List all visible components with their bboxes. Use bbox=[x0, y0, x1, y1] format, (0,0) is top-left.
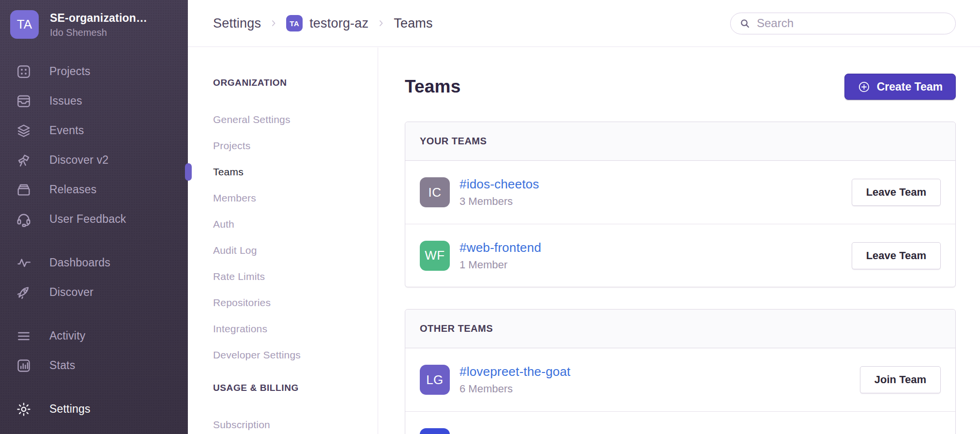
settings-nav-item-rate-limits[interactable]: Rate Limits bbox=[213, 264, 368, 290]
sidebar-item-user-feedback[interactable]: User Feedback bbox=[0, 204, 188, 234]
team-avatar: WF bbox=[420, 241, 450, 271]
bar-chart-icon bbox=[16, 358, 31, 373]
main-content: Teams Create Team YOUR TEAMSIC#idos-chee… bbox=[379, 47, 980, 434]
chevron-right-icon bbox=[269, 18, 278, 28]
inbox-icon bbox=[16, 93, 31, 109]
settings-nav-item-developer-settings[interactable]: Developer Settings bbox=[213, 342, 368, 368]
join-team-button[interactable]: Join Team bbox=[860, 366, 941, 393]
team-member-count: 6 Members bbox=[459, 383, 570, 395]
archive-icon bbox=[16, 182, 31, 198]
sidebar-item-label: Releases bbox=[49, 183, 97, 196]
page-title: Teams bbox=[405, 77, 461, 97]
sidebar-item-label: Discover bbox=[49, 286, 93, 299]
settings-nav-item-members[interactable]: Members bbox=[213, 185, 368, 211]
settings-nav-item-integrations[interactable]: Integrations bbox=[213, 316, 368, 342]
top-header: Settings TA testorg-az Teams bbox=[188, 0, 980, 47]
panel-other-teams: OTHER TEAMSLG#lovepreet-the-goat6 Member… bbox=[405, 309, 956, 434]
search-input[interactable] bbox=[757, 13, 955, 34]
sidebar-item-dashboards[interactable]: Dashboards bbox=[0, 248, 188, 278]
sidebar: TA SE-organization… Ido Shemesh Projects… bbox=[0, 0, 188, 434]
telescope-icon bbox=[16, 153, 31, 168]
sidebar-item-stats[interactable]: Stats bbox=[0, 351, 188, 380]
leave-team-button[interactable]: Leave Team bbox=[852, 242, 941, 269]
breadcrumb-org-label: testorg-az bbox=[309, 16, 368, 31]
settings-nav-heading-usage-billing: USAGE & BILLING bbox=[213, 383, 368, 393]
sidebar-item-discover[interactable]: Discover bbox=[0, 278, 188, 307]
plus-circle-icon bbox=[858, 80, 871, 93]
breadcrumb-org[interactable]: TA testorg-az bbox=[286, 15, 368, 31]
settings-nav-item-repositories[interactable]: Repositories bbox=[213, 290, 368, 316]
grid-icon bbox=[16, 64, 31, 79]
title-row: Teams Create Team bbox=[405, 74, 956, 100]
breadcrumb: Settings TA testorg-az Teams bbox=[213, 15, 433, 31]
settings-nav-item-auth[interactable]: Auth bbox=[213, 211, 368, 237]
org-switcher[interactable]: TA SE-organization… Ido Shemesh bbox=[10, 10, 147, 39]
team-row: LG#lovepreet-the-goat6 MembersJoin Team bbox=[405, 348, 955, 411]
gear-icon bbox=[16, 402, 31, 417]
team-avatar: IC bbox=[420, 177, 450, 207]
search-box bbox=[730, 13, 956, 34]
panels: YOUR TEAMSIC#idos-cheetos3 MembersLeave … bbox=[405, 122, 956, 434]
sidebar-item-label: Discover v2 bbox=[49, 154, 108, 167]
sidebar-item-activity[interactable]: Activity bbox=[0, 321, 188, 351]
sidebar-item-label: Settings bbox=[49, 403, 91, 416]
sidebar-item-settings[interactable]: Settings bbox=[0, 394, 188, 424]
team-row: WF#web-frontend1 MemberLeave Team bbox=[405, 224, 955, 287]
settings-nav: ORGANIZATIONGeneral SettingsProjectsTeam… bbox=[188, 47, 378, 434]
sidebar-active-indicator bbox=[185, 163, 192, 181]
team-avatar: LG bbox=[420, 365, 450, 395]
sidebar-nav: ProjectsIssuesEventsDiscover v2ReleasesU… bbox=[0, 57, 188, 424]
leave-team-button[interactable]: Leave Team bbox=[852, 179, 941, 206]
team-link[interactable]: #web-frontend bbox=[459, 240, 541, 255]
headset-icon bbox=[16, 212, 31, 227]
sidebar-item-label: Issues bbox=[49, 94, 82, 108]
settings-nav-item-general-settings[interactable]: General Settings bbox=[213, 107, 368, 133]
team-member-count: 1 Member bbox=[459, 259, 541, 271]
sidebar-item-releases[interactable]: Releases bbox=[0, 175, 188, 204]
sidebar-item-issues[interactable]: Issues bbox=[0, 86, 188, 116]
rocket-icon bbox=[16, 285, 31, 300]
breadcrumb-settings[interactable]: Settings bbox=[213, 16, 261, 31]
panel-your-teams: YOUR TEAMSIC#idos-cheetos3 MembersLeave … bbox=[405, 122, 956, 287]
menu-lines-icon bbox=[16, 328, 31, 344]
org-badge: TA bbox=[286, 15, 303, 31]
team-row bbox=[405, 411, 955, 434]
org-user-name: Ido Shemesh bbox=[50, 27, 147, 38]
sidebar-item-events[interactable]: Events bbox=[0, 116, 188, 145]
sidebar-item-label: User Feedback bbox=[49, 213, 126, 226]
sidebar-item-label: Projects bbox=[49, 65, 91, 78]
team-row: IC#idos-cheetos3 MembersLeave Team bbox=[405, 161, 955, 224]
pulse-icon bbox=[16, 255, 31, 271]
settings-nav-item-subscription[interactable]: Subscription bbox=[213, 412, 368, 434]
sidebar-item-projects[interactable]: Projects bbox=[0, 57, 188, 86]
panel-heading: OTHER TEAMS bbox=[405, 310, 955, 348]
chevron-right-icon bbox=[376, 18, 386, 28]
sidebar-item-label: Stats bbox=[49, 359, 75, 372]
sidebar-item-label: Dashboards bbox=[49, 256, 110, 269]
panel-heading: YOUR TEAMS bbox=[405, 122, 955, 161]
team-member-count: 3 Members bbox=[459, 195, 539, 208]
search-icon bbox=[739, 18, 750, 29]
settings-nav-item-projects[interactable]: Projects bbox=[213, 133, 368, 159]
org-avatar: TA bbox=[10, 10, 39, 39]
sidebar-item-label: Activity bbox=[49, 329, 85, 342]
breadcrumb-teams: Teams bbox=[394, 16, 433, 31]
org-name: SE-organization… bbox=[50, 10, 147, 25]
create-team-label: Create Team bbox=[877, 80, 943, 93]
team-link[interactable]: #lovepreet-the-goat bbox=[459, 364, 570, 379]
team-link[interactable]: #idos-cheetos bbox=[459, 177, 539, 192]
create-team-button[interactable]: Create Team bbox=[844, 74, 956, 100]
team-avatar bbox=[420, 428, 450, 434]
settings-nav-item-teams[interactable]: Teams bbox=[213, 159, 368, 185]
settings-nav-item-audit-log[interactable]: Audit Log bbox=[213, 237, 368, 264]
sidebar-item-discover-v2[interactable]: Discover v2 bbox=[0, 145, 188, 175]
settings-nav-heading-organization: ORGANIZATION bbox=[213, 78, 368, 88]
sidebar-item-label: Events bbox=[49, 124, 84, 137]
layers-icon bbox=[16, 123, 31, 139]
